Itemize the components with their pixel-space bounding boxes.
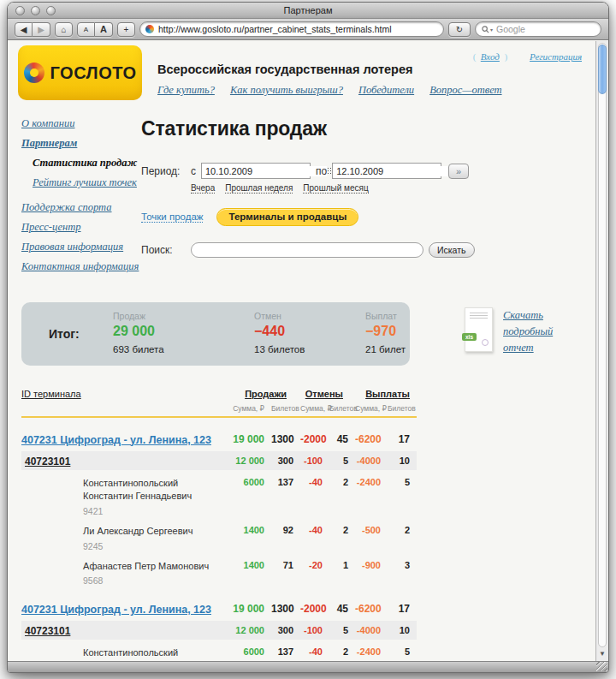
window-bottom-bar <box>8 661 608 672</box>
xls-report-thumbnail[interactable]: xls <box>465 307 493 352</box>
summary-col-value: −440 <box>254 324 365 339</box>
value-cell: -20 <box>300 560 329 570</box>
summary-col-2: Выплат−97021 билет <box>365 302 410 366</box>
close-button[interactable] <box>15 6 25 15</box>
view-tabs: Точки продажТерминалы и продавцы <box>141 208 587 226</box>
value-cell: -40 <box>300 477 329 487</box>
value-cell: 17 <box>388 433 417 445</box>
sidebar-item-7: Контактная информация <box>21 260 141 273</box>
sort-header-0[interactable]: Продажи <box>204 389 293 399</box>
row-name-cell: 407231 Цифроград - ул. Ленина, 123 <box>21 432 228 447</box>
home-button[interactable]: ⌂ <box>55 22 73 37</box>
back-button[interactable]: ◀ <box>15 22 33 37</box>
subterminal-link[interactable]: 40723101 <box>25 456 70 468</box>
stats-table-body: 407231 Цифроград - ул. Ленина, 12319 000… <box>21 428 417 661</box>
row-name-cell: Афанастев Петр Мамонович9568 <box>21 560 228 587</box>
value-cell: 1400 <box>228 560 271 570</box>
quick-period-link-2[interactable]: Прошлый месяц <box>303 183 368 194</box>
report-download: xls Скачать подробный отчет <box>465 302 582 355</box>
tab-0[interactable]: Точки продаж <box>141 211 203 223</box>
gosloto-logo[interactable]: ГОСЛОТО <box>18 45 142 100</box>
nav-link-0[interactable]: Где купить? <box>157 84 215 97</box>
url-text[interactable]: http://www.gosloto.ru/partner_cabinet_st… <box>158 24 438 34</box>
terminal-link[interactable]: 407231 Цифроград - ул. Ленина, 123 <box>21 604 211 616</box>
sort-header-2[interactable]: Выплаты <box>350 389 417 399</box>
sort-header-1[interactable]: Отмены <box>293 389 350 399</box>
logo-swirl-icon <box>24 63 44 83</box>
minimize-button[interactable] <box>31 6 40 15</box>
zoom-button[interactable] <box>46 6 56 15</box>
subheader-2: Сумма, ₽ <box>300 404 329 413</box>
document-seal-icon <box>482 339 489 346</box>
date-from-input[interactable] <box>205 166 327 176</box>
sidebar-link-1[interactable]: Партнерам <box>21 137 77 149</box>
sidebar-link-6[interactable]: Правовая информация <box>21 241 123 253</box>
totals-box: Итог: Продаж29 000693 билетаОтмен−44013 … <box>21 302 410 366</box>
subheader-1: Билетов <box>271 404 300 413</box>
register-link[interactable]: Регистрация <box>530 51 582 62</box>
summary-col-1: Отмен−44013 билетов <box>254 302 365 366</box>
nav-link-2[interactable]: Победители <box>358 84 414 97</box>
tab-1-active[interactable]: Терминалы и продавцы <box>216 208 358 226</box>
scroll-down-arrow-icon[interactable]: ▼ <box>596 648 608 659</box>
subheader-4: Сумма, ₽ <box>355 404 388 413</box>
nav-link-3[interactable]: Вопрос—ответ <box>429 84 501 97</box>
nav-link-1[interactable]: Как получить выигрыш? <box>230 84 343 97</box>
date-from-field[interactable] <box>201 163 311 179</box>
browser-search-input[interactable] <box>496 24 595 34</box>
apply-period-button[interactable]: » <box>448 164 469 179</box>
sidebar-item-0: О компании <box>21 117 141 130</box>
back-icon: ◀ <box>21 25 27 34</box>
row-name-cell: 407231 Цифроград - ул. Ленина, 123 <box>21 601 228 616</box>
quick-period-link-1[interactable]: Прошлая неделя <box>225 183 293 194</box>
value-cell: -40 <box>300 525 329 535</box>
sidebar-link-3[interactable]: Рейтинг лучших точек <box>33 176 137 188</box>
terminal-id-header[interactable]: ID терминала <box>21 389 204 399</box>
font-size-buttons: A A <box>77 22 113 37</box>
terminal-link[interactable]: 407231 Цифроград - ул. Ленина, 123 <box>21 434 211 446</box>
table-row-subterminal: 4072310112 000300-1005-400010 <box>21 451 417 470</box>
forward-button[interactable]: ▶ <box>33 22 50 37</box>
xls-badge: xls <box>462 333 477 341</box>
value-cell: -6200 <box>355 433 388 445</box>
add-bookmark-button[interactable]: + <box>117 22 135 37</box>
download-report-link[interactable]: Скачать подробный отчет <box>503 307 582 355</box>
date-to-field[interactable] <box>332 163 441 179</box>
page-scrollbar[interactable]: ▼ <box>595 41 608 661</box>
value-cell: 6000 <box>228 646 271 657</box>
subterminal-link[interactable]: 40723101 <box>25 625 70 637</box>
sidebar-item-6: Правовая информация <box>21 241 141 253</box>
value-cell: -6200 <box>355 603 388 615</box>
value-cell: 2 <box>329 646 355 657</box>
search-controls: Поиск: Искать <box>141 242 587 258</box>
resize-grip[interactable] <box>596 662 607 671</box>
seller-code: 9568 <box>83 575 228 586</box>
scrollbar-thumb[interactable] <box>598 45 607 94</box>
sidebar-link-7[interactable]: Контактная информация <box>21 260 139 272</box>
address-bar[interactable]: http://www.gosloto.ru/partner_cabinet_st… <box>139 21 444 37</box>
row-name-cell: Ли Александр Сергеевич9245 <box>21 525 228 551</box>
login-link[interactable]: Вход <box>481 51 500 62</box>
search-input[interactable] <box>191 242 424 258</box>
sidebar-link-5[interactable]: Пресс-центр <box>21 221 81 233</box>
reload-button[interactable]: ↻ <box>448 22 471 37</box>
title-bar[interactable]: Партнерам <box>8 3 608 19</box>
row-name-cell: 40723101 <box>21 453 228 468</box>
from-label: с <box>191 165 196 177</box>
sidebar-link-0[interactable]: О компании <box>21 117 74 129</box>
font-decrease-button[interactable]: A <box>77 22 95 37</box>
sidebar-link-4[interactable]: Поддержка спорта <box>21 201 112 213</box>
font-increase-button[interactable]: A <box>95 22 113 37</box>
browser-search-field[interactable]: ▾ <box>475 21 601 37</box>
search-button[interactable]: Искать <box>429 242 475 258</box>
quick-period-link-0[interactable]: Вчера <box>191 183 215 194</box>
row-name-cell: 40723101 <box>21 622 228 638</box>
seller-name: Ли Александр Сергеевич <box>83 525 228 538</box>
date-to-input[interactable] <box>336 166 458 176</box>
scrollbar-track[interactable] <box>598 43 607 647</box>
value-cell: -2000 <box>300 433 329 445</box>
value-cell: -2400 <box>355 646 388 657</box>
row-name-cell: Константинопольский Константин Геннадьев… <box>21 477 228 516</box>
browser-window: Партнерам ◀ ▶ ⌂ A A + http://www.gosloto… <box>7 2 609 673</box>
window-title: Партнерам <box>284 5 333 15</box>
